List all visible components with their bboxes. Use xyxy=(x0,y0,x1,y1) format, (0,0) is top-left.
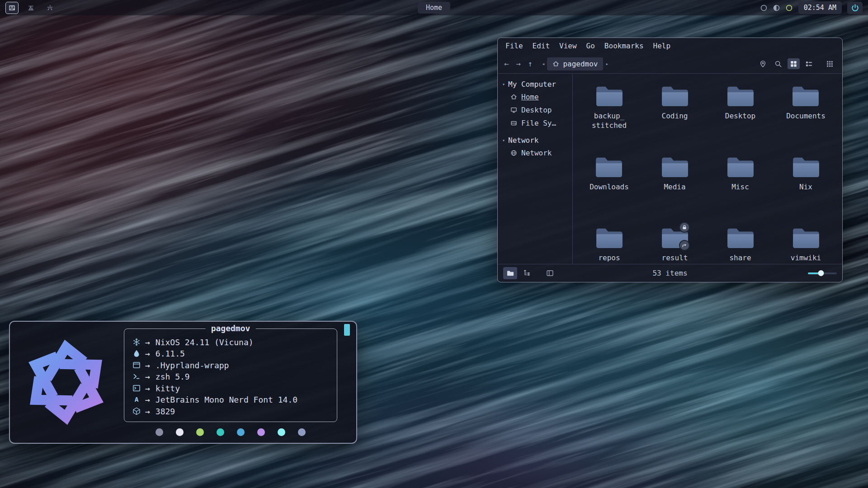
sidebar-item-file-sy[interactable]: File Sy… xyxy=(501,117,569,130)
menu-file[interactable]: File xyxy=(505,42,523,53)
color-picker-icon[interactable] xyxy=(785,4,793,12)
folder-item-nix[interactable]: Nix xyxy=(792,155,820,192)
workspace-1[interactable] xyxy=(5,2,19,14)
sidebar-item-desktop[interactable]: Desktop xyxy=(501,103,569,117)
brightness-icon[interactable] xyxy=(760,4,768,12)
arrow-glyph: → xyxy=(145,349,150,358)
location-icon[interactable] xyxy=(757,58,769,69)
zoom-slider[interactable] xyxy=(808,269,837,277)
sidebar-item-label: File Sy… xyxy=(521,119,556,127)
sidebar-section-network[interactable]: ▾Network xyxy=(501,134,569,146)
palette-color-3 xyxy=(196,428,204,436)
folder-item-desktop[interactable]: Desktop xyxy=(725,84,755,121)
power-icon xyxy=(851,4,859,12)
folder-icon xyxy=(661,226,689,249)
panel-icon[interactable] xyxy=(543,267,557,279)
dirtree-icon[interactable] xyxy=(520,267,534,279)
breadcrumb-path: pagedmov xyxy=(563,60,598,68)
compact-view-icon[interactable] xyxy=(803,58,815,69)
lock-emblem-icon xyxy=(679,222,690,233)
terminal-cursor xyxy=(344,324,350,336)
folder-icon xyxy=(726,155,755,178)
fetch-row: → zsh 5.9 xyxy=(132,371,329,383)
packages-icon xyxy=(132,407,142,416)
folder-item-coding[interactable]: Coding xyxy=(661,84,689,121)
filesystem-icon xyxy=(510,120,517,127)
arrow-glyph: → xyxy=(145,372,150,381)
wm-icon xyxy=(132,361,142,370)
breadcrumb[interactable]: pagedmov xyxy=(547,57,603,70)
folder-item-backup-stitched[interactable]: backup_ stitched xyxy=(592,84,627,131)
up-icon[interactable]: ↑ xyxy=(528,60,533,68)
arrow-glyph: → xyxy=(145,395,150,404)
fetch-row: A → JetBrains Mono Nerd Font 14.0 xyxy=(132,394,329,406)
arrow-glyph: → xyxy=(145,338,150,347)
workspace-3[interactable] xyxy=(43,2,57,14)
breadcrumb-left-chevron-icon[interactable]: ◂ xyxy=(540,61,547,67)
status-bar: 53 items xyxy=(498,264,842,282)
palette-color-4 xyxy=(217,428,224,436)
zoom-slider-knob[interactable] xyxy=(818,270,824,276)
folder-item-misc[interactable]: Misc xyxy=(726,155,755,192)
fetch-box: pagedmov → NixOS 24.11 (Vicuna) → 6.11.5… xyxy=(124,328,337,422)
folder-icon xyxy=(661,155,689,178)
clock[interactable]: 02:54 AM xyxy=(798,1,842,14)
folder-icon xyxy=(661,84,689,107)
fetch-value: zsh 5.9 xyxy=(156,372,190,381)
sidebar-item-label: Desktop xyxy=(521,106,552,114)
folder-item-vimwiki[interactable]: vimwiki xyxy=(791,226,821,263)
menu-edit[interactable]: Edit xyxy=(533,42,550,53)
arrow-glyph: → xyxy=(145,384,150,393)
folder-icon xyxy=(792,84,820,107)
folder-icon xyxy=(595,84,623,107)
menu-help[interactable]: Help xyxy=(653,42,671,53)
sidebar-section-my-computer[interactable]: ▾My Computer xyxy=(501,78,569,90)
folder-item-documents[interactable]: Documents xyxy=(786,84,826,121)
places-icon[interactable] xyxy=(503,267,517,279)
fetch-hostname: pagedmov xyxy=(206,324,256,333)
menu-go[interactable]: Go xyxy=(586,42,595,53)
system-tray xyxy=(760,4,793,12)
symlink-emblem-icon xyxy=(679,240,690,251)
kernel-icon xyxy=(132,349,142,358)
file-manager-window: FileEditViewGoBookmarksHelp ←→↑ ◂ pagedm… xyxy=(497,38,843,282)
power-button[interactable] xyxy=(847,2,863,14)
forward-icon[interactable]: → xyxy=(516,60,520,68)
folder-item-media[interactable]: Media xyxy=(661,155,689,192)
workspace-2[interactable] xyxy=(24,2,38,14)
sidebar-item-network[interactable]: Network xyxy=(501,146,569,160)
icon-view-icon[interactable] xyxy=(788,58,800,69)
fetch-value: NixOS 24.11 (Vicuna) xyxy=(156,338,254,347)
folder-label: Nix xyxy=(799,183,812,192)
folder-label: Downloads xyxy=(590,183,629,192)
folder-label: Desktop xyxy=(725,112,755,121)
sidebar: ▾My ComputerHomeDesktopFile Sy…▾NetworkN… xyxy=(498,74,573,264)
shell-icon xyxy=(132,372,142,381)
menu-bookmarks[interactable]: Bookmarks xyxy=(604,42,644,53)
search-icon[interactable] xyxy=(772,58,784,69)
folder-item-result[interactable]: result xyxy=(661,226,689,263)
folder-item-repos[interactable]: repos xyxy=(595,226,623,263)
theme-icon[interactable] xyxy=(773,4,780,12)
folder-icon xyxy=(792,155,820,178)
home-icon xyxy=(510,94,517,100)
palette-color-2 xyxy=(176,428,184,436)
font-icon: A xyxy=(132,395,142,404)
network-icon xyxy=(510,150,517,156)
folder-item-share[interactable]: share xyxy=(726,226,755,263)
breadcrumb-right-chevron-icon[interactable]: ▸ xyxy=(603,61,611,67)
sidebar-item-label: Network xyxy=(521,149,552,157)
palette-color-6 xyxy=(257,428,265,436)
back-icon[interactable]: ← xyxy=(504,60,509,68)
sidebar-item-home[interactable]: Home xyxy=(501,90,569,103)
fetch-row: → 6.11.5 xyxy=(132,348,329,360)
menu-view[interactable]: View xyxy=(559,42,577,53)
svg-text:A: A xyxy=(135,396,139,403)
terminal-palette xyxy=(124,428,337,436)
folder-label: vimwiki xyxy=(791,253,821,263)
folder-item-downloads[interactable]: Downloads xyxy=(590,155,629,192)
active-window-title[interactable]: Home xyxy=(418,2,450,14)
thumbnail-view-icon[interactable] xyxy=(824,58,836,69)
fetch-panel: pagedmov → NixOS 24.11 (Vicuna) → 6.11.5… xyxy=(124,328,337,436)
palette-color-1 xyxy=(156,428,163,436)
